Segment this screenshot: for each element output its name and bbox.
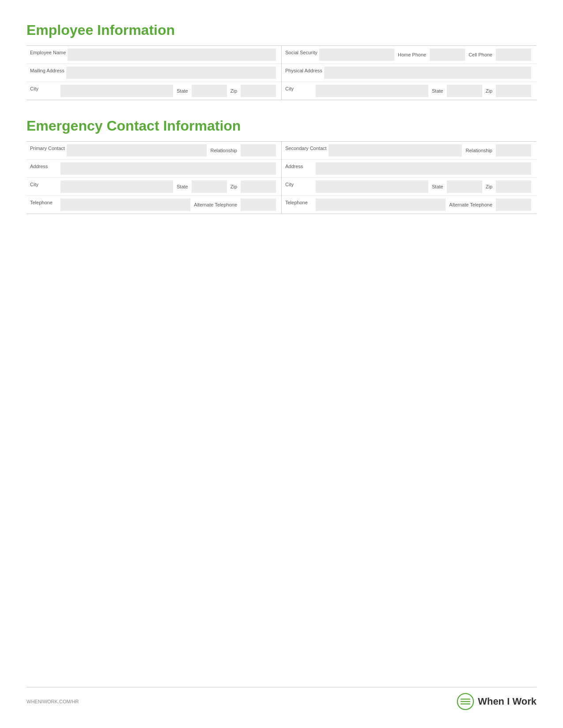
zip-input-left[interactable] <box>241 85 276 97</box>
home-phone-label: Home Phone <box>398 52 426 57</box>
city-label-left: City <box>30 84 59 92</box>
secondary-address-label: Address <box>285 161 314 169</box>
employee-name-row: Employee Name <box>26 46 281 64</box>
secondary-telephone-row: Telephone Alternate Telephone <box>282 196 537 214</box>
zip-input-right[interactable] <box>496 85 531 97</box>
mailing-address-input[interactable] <box>66 67 276 79</box>
mailing-address-row: Mailing Address <box>26 64 281 82</box>
secondary-city-label: City <box>285 180 314 188</box>
state-input-right[interactable] <box>447 85 482 97</box>
emergency-contact-section: Emergency Contact Information Primary Co… <box>26 118 537 214</box>
primary-contact-label: Primary Contact <box>30 143 65 151</box>
footer-logo-text: When I Work <box>478 696 537 707</box>
cell-phone-label: Cell Phone <box>469 52 492 57</box>
employee-info-right: Social Security Home Phone Cell Phone Ph… <box>282 46 537 100</box>
state-label-left: State <box>177 88 188 94</box>
social-security-input[interactable] <box>319 49 394 61</box>
physical-address-label: Physical Address <box>285 66 322 74</box>
primary-city-label: City <box>30 180 59 188</box>
emergency-contact-title: Emergency Contact Information <box>26 118 537 134</box>
secondary-contact-label: Secondary Contact <box>285 143 327 151</box>
secondary-address-row: Address <box>282 160 537 178</box>
city-state-zip-row-left: City State Zip <box>26 82 281 100</box>
secondary-contact-input[interactable] <box>329 144 462 157</box>
primary-address-row: Address <box>26 160 281 178</box>
employee-name-label: Employee Name <box>30 48 66 56</box>
secondary-telephone-input[interactable] <box>316 199 446 211</box>
secondary-state-label: State <box>432 184 443 189</box>
secondary-state-input[interactable] <box>447 180 482 193</box>
primary-zip-label: Zip <box>230 184 237 189</box>
cell-phone-input[interactable] <box>496 49 531 61</box>
primary-relationship-label: Relationship <box>210 148 237 153</box>
emergency-contact-panel: Primary Contact Relationship Address Cit… <box>26 141 537 214</box>
employee-info-panel: Employee Name Mailing Address City State… <box>26 45 537 100</box>
primary-telephone-input[interactable] <box>60 199 190 211</box>
employee-info-left: Employee Name Mailing Address City State… <box>26 46 282 100</box>
ssn-phone-row: Social Security Home Phone Cell Phone <box>282 46 537 64</box>
secondary-zip-input[interactable] <box>496 180 531 193</box>
employee-info-title: Employee Information <box>26 22 537 38</box>
secondary-telephone-label: Telephone <box>285 198 314 206</box>
physical-address-input[interactable] <box>324 67 531 79</box>
primary-relationship-input[interactable] <box>241 144 276 157</box>
footer-logo: When I Work <box>457 693 537 710</box>
social-security-label: Social Security <box>285 48 317 56</box>
secondary-relationship-label: Relationship <box>465 148 492 153</box>
secondary-alt-telephone-input[interactable] <box>496 199 531 211</box>
primary-city-row: City State Zip <box>26 178 281 196</box>
home-phone-input[interactable] <box>430 49 465 61</box>
page: Employee Information Employee Name Maili… <box>0 0 563 728</box>
primary-contact-row: Primary Contact Relationship <box>26 142 281 160</box>
secondary-contact-row: Secondary Contact Relationship <box>282 142 537 160</box>
city-input-right[interactable] <box>316 85 428 97</box>
primary-contact-input[interactable] <box>67 144 207 157</box>
primary-alt-telephone-input[interactable] <box>241 199 276 211</box>
mailing-address-label: Mailing Address <box>30 66 64 74</box>
primary-alt-telephone-label: Alternate Telephone <box>194 202 237 207</box>
primary-zip-input[interactable] <box>241 180 276 193</box>
secondary-relationship-input[interactable] <box>496 144 531 157</box>
primary-state-input[interactable] <box>192 180 227 193</box>
secondary-contact-panel: Secondary Contact Relationship Address C… <box>282 142 537 214</box>
primary-contact-panel: Primary Contact Relationship Address Cit… <box>26 142 282 214</box>
zip-label-right: Zip <box>486 88 492 94</box>
primary-address-input[interactable] <box>60 162 276 175</box>
city-state-zip-row-right: City State Zip <box>282 82 537 100</box>
state-label-right: State <box>432 88 443 94</box>
zip-label-left: Zip <box>230 88 237 94</box>
employee-name-input[interactable] <box>68 49 276 61</box>
primary-city-input[interactable] <box>60 180 173 193</box>
secondary-alt-telephone-label: Alternate Telephone <box>449 202 492 207</box>
primary-address-label: Address <box>30 161 59 169</box>
primary-state-label: State <box>177 184 188 189</box>
state-input-left[interactable] <box>192 85 227 97</box>
city-label-right: City <box>285 84 314 92</box>
when-i-work-icon <box>457 693 474 710</box>
footer: WHENIWORK.COM/HR When I Work <box>26 687 537 710</box>
secondary-address-input[interactable] <box>316 162 531 175</box>
employee-info-section: Employee Information Employee Name Maili… <box>26 22 537 100</box>
secondary-city-input[interactable] <box>316 180 428 193</box>
city-input-left[interactable] <box>60 85 173 97</box>
secondary-city-row: City State Zip <box>282 178 537 196</box>
physical-address-row: Physical Address <box>282 64 537 82</box>
footer-url: WHENIWORK.COM/HR <box>26 699 79 704</box>
primary-telephone-row: Telephone Alternate Telephone <box>26 196 281 214</box>
secondary-zip-label: Zip <box>486 184 492 189</box>
primary-telephone-label: Telephone <box>30 198 59 206</box>
